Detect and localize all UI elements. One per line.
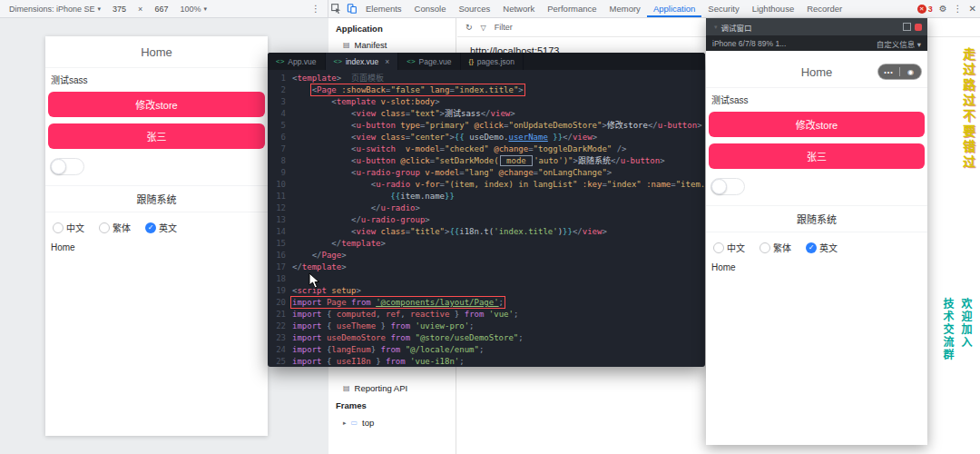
dimensions-select[interactable]: Dimensions: iPhone SE ▾ [9,5,101,14]
debug-window-titlebar[interactable]: ▾ 调试窗口 [706,18,927,35]
code-line: 21import { computed, ref, reactive } fro… [268,309,705,321]
sass-test-label: 测试sass [45,68,268,89]
devtools-close-icon[interactable]: ✕ [969,4,976,14]
radio-label: 中文 [727,241,745,254]
sidebar-section-frames: Frames [328,396,456,415]
device-toolbar: Dimensions: iPhone SE ▾ 375 × 667 100% ▾… [0,0,328,17]
page-header: Home [706,56,927,88]
username-button[interactable]: 张三 [709,143,925,169]
code-lines[interactable]: 1<template> 页面模板2 <Page :showBack="false… [268,70,705,367]
window-restore-icon[interactable] [903,23,911,31]
device-toolbar-more-icon[interactable]: ⋮ [311,4,320,14]
viewport-height-input[interactable]: 667 [151,4,172,15]
refresh-icon[interactable]: ↻ [466,23,473,32]
device-info-label: iPhone 6/7/8 89% 1... [712,39,786,48]
code-line: 20import Page from '@components/layout/P… [268,297,705,309]
watermark-col-1: 技术交流群 [940,298,956,361]
tab-sources[interactable]: Sources [452,0,496,17]
chevron-down-icon: ▾ [714,24,718,31]
filter-input[interactable]: Filter [495,23,513,32]
viewport-width-input[interactable]: 375 [109,4,130,15]
editor-tab-pages.json[interactable]: {}pages.json [461,53,524,70]
watermark-top: 走过路过不要错过 [959,47,977,171]
radio-中文[interactable]: 中文 [53,221,84,234]
settings-gear-icon[interactable]: ⚙ [939,4,947,14]
record-stop-icon[interactable] [915,24,922,31]
devtools-tabs: ElementsConsoleSourcesNetworkPerformance… [359,0,848,17]
dark-mode-switch[interactable] [710,178,745,195]
tab-close-icon[interactable]: × [385,57,389,66]
debug-window: ▾ 调试窗口 iPhone 6/7/8 89% 1... 自定义信息 ▾ •••… [706,18,927,445]
tab-performance[interactable]: Performance [541,0,603,17]
tab-console[interactable]: Console [408,0,453,17]
code-line: 13 </u-radio-group> [268,214,705,226]
filter-funnel-icon[interactable]: ▽ [481,24,486,32]
inspect-icon[interactable] [331,4,341,14]
debug-window-title: 调试窗口 [721,22,752,33]
code-line: 7 <u-switch v-model="checked" @change="t… [268,143,705,155]
follow-system-cell[interactable]: 跟随系统 [45,185,268,212]
home-text: Home [45,234,268,252]
radio-label: 英文 [819,241,838,254]
radio-checked-icon: ✓ [806,242,817,253]
right-phone-preview: ••• ◉ Home 测试sass 修改store 张三 跟随系统 中文繁体✓英… [706,51,927,445]
tab-security[interactable]: Security [701,0,745,17]
radio-circle-icon [99,222,110,233]
application-section-title: Application [328,18,456,37]
username-button[interactable]: 张三 [48,123,265,149]
code-line: 23import useDemoStore from "@store/useDe… [268,332,705,344]
tab-application[interactable]: Application [647,0,701,17]
update-store-button[interactable]: 修改store [48,92,265,117]
radio-label: 繁体 [113,221,131,234]
page-title: Home [801,65,833,79]
follow-system-cell[interactable]: 跟随系统 [706,205,927,232]
editor-tab-Page.vue[interactable]: <>Page.vue [398,53,460,70]
dark-mode-switch[interactable] [50,158,84,175]
tab-network[interactable]: Network [496,0,541,17]
radio-英文[interactable]: ✓英文 [806,241,838,254]
chevron-down-icon: ▾ [203,5,207,13]
sidebar-item-top-frame[interactable]: ▸ ▭ top [328,415,456,430]
sass-test-label: 测试sass [706,88,927,109]
editor-tab-index.vue[interactable]: <>index.vue× [326,53,399,70]
document-icon: ▤ [343,41,350,49]
device-toolbar-toggle-icon[interactable] [347,4,357,14]
language-radio-group: 中文繁体✓英文 [45,212,268,234]
tab-memory[interactable]: Memory [603,0,647,17]
devtools-menu-icon[interactable]: ⋮ [954,4,963,14]
code-line: 6 <view class="center">{{ useDemo.userNa… [268,132,705,143]
tab-elements[interactable]: Elements [359,0,408,17]
custom-info-select[interactable]: 自定义信息 ▾ [877,38,921,49]
error-icon: ✕ [917,5,926,14]
sidebar-item-manifest[interactable]: ▤Manifest [328,37,456,53]
radio-label: 中文 [66,221,84,234]
radio-英文[interactable]: ✓英文 [145,221,177,234]
application-sidebar-bottom: ▤ Reporting API Frames ▸ ▭ top [328,380,456,430]
left-phone-preview: Home 测试sass 修改store 张三 跟随系统 中文繁体✓英文 Home [45,36,268,436]
switch-knob [51,159,66,174]
highlight-box: <Page :showBack="false" lang="index.titl… [312,85,524,94]
radio-circle-icon [760,242,770,253]
code-line: 1<template> 页面模板 [268,73,705,84]
zoom-select[interactable]: 100% ▾ [180,5,207,14]
watermark-bottom: 技术交流群 欢迎加入 [940,298,974,361]
code-line: 16 </Page> [268,250,705,262]
radio-label: 繁体 [773,241,791,254]
code-line: 24import {langEnum} from "@/locale/enum"… [268,344,705,356]
file-type-icon: <> [334,57,342,65]
code-line: 10 <u-radio v-for="(item, index) in lang… [268,179,705,191]
code-line: 19<script setup> [268,285,705,297]
code-line: 4 <view class="text">测试sass</view> [268,108,705,120]
editor-tab-App.vue[interactable]: <>App.vue [268,53,326,70]
radio-中文[interactable]: 中文 [713,241,745,254]
update-store-button[interactable]: 修改store [709,112,925,137]
error-badge[interactable]: ✕ 3 [917,5,933,14]
radio-繁体[interactable]: 繁体 [99,221,131,234]
code-line: 17</template> [268,262,705,273]
topbar: Dimensions: iPhone SE ▾ 375 × 667 100% ▾… [0,0,980,18]
radio-繁体[interactable]: 繁体 [760,241,791,254]
sidebar-item-reporting-api[interactable]: ▤ Reporting API [328,380,456,396]
tab-recorder[interactable]: Recorder [800,0,848,17]
tab-lighthouse[interactable]: Lighthouse [746,0,800,17]
sidebar-item-label: Reporting API [355,383,408,393]
